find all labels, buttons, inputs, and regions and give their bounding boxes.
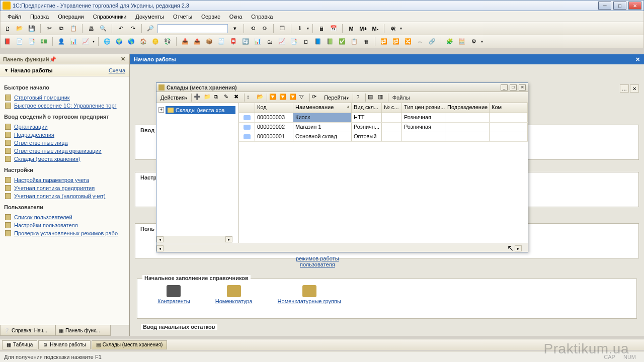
sidebar-link[interactable]: Быстрое освоение 1С: Управление торг (2, 102, 127, 110)
sync4-icon[interactable]: ↔ (415, 37, 425, 47)
maximize-button[interactable]: □ (613, 2, 626, 10)
copy-icon[interactable]: ⧉ (56, 24, 66, 34)
op1-icon[interactable]: 📥 (180, 37, 190, 47)
doc-money-icon[interactable]: 💵 (39, 37, 49, 47)
op12-icon[interactable]: 📘 (313, 37, 323, 47)
menu-file[interactable]: Файл (4, 13, 25, 21)
doc-stack-icon[interactable]: 📑 (27, 37, 37, 47)
pin-icon[interactable]: 📌 (49, 56, 55, 62)
op15-icon[interactable]: 📋 (349, 37, 359, 47)
col-num[interactable]: № с... (382, 103, 402, 113)
sync5-icon[interactable]: 🔗 (427, 37, 437, 47)
search-dd-icon[interactable]: ▾ (230, 24, 240, 34)
ref-nomenclature[interactable]: Номенклатура (215, 285, 253, 304)
tree-scroll-left[interactable]: ◂ (156, 236, 164, 242)
table-row[interactable]: 000000002Магазин 1Розничн...Розничная (239, 123, 528, 132)
filter1-icon[interactable]: 🔽 (269, 94, 277, 102)
sync2-icon[interactable]: 🔂 (391, 37, 401, 47)
op2-icon[interactable]: 📤 (192, 37, 202, 47)
actions-button[interactable]: Действия▾ (158, 95, 189, 101)
mem-add-icon[interactable]: M+ (358, 24, 368, 34)
minimize-button[interactable]: ─ (598, 2, 611, 10)
op10-icon[interactable]: 📑 (289, 37, 299, 47)
calc-icon[interactable]: 🖩 (316, 24, 327, 34)
edit-icon[interactable]: ✎ (224, 94, 232, 102)
refresh2-icon[interactable]: ⟳ (312, 94, 320, 102)
graph-dd-icon[interactable]: ▾ (93, 39, 95, 44)
tools-icon[interactable]: 🛠 (388, 24, 398, 34)
task-table[interactable]: ▦Таблица (2, 340, 37, 349)
menu-ref[interactable]: Справочники (89, 13, 131, 21)
info-dd-icon[interactable]: ▾ (307, 26, 309, 31)
goto-button[interactable]: Перейти▾ (322, 95, 351, 101)
info-icon[interactable]: ℹ (295, 24, 305, 34)
page-close-icon[interactable]: ✕ (635, 56, 640, 63)
misc2-icon[interactable]: 🧮 (457, 37, 467, 47)
open-icon[interactable]: 📂 (15, 24, 25, 34)
op14-icon[interactable]: ✅ (337, 37, 347, 47)
op6-icon[interactable]: 🔄 (240, 37, 251, 47)
op13-icon[interactable]: 📗 (325, 37, 335, 47)
col-ptype[interactable]: Тип цен розни... (402, 103, 445, 113)
sidebar-link[interactable]: Стартовый помощник (2, 94, 127, 102)
move-up-icon[interactable]: ↕ (247, 94, 255, 102)
close-button[interactable]: ✕ (628, 2, 641, 10)
preview-icon[interactable]: 🔍 (98, 24, 108, 34)
sidebar-link[interactable]: Настройка параметров учета (2, 176, 127, 184)
sidebar-link[interactable]: Список пользователей (2, 213, 127, 221)
field-clear-button[interactable]: ✕ (630, 84, 639, 93)
field-more-button[interactable]: … (620, 84, 629, 93)
refresh-icon[interactable]: ⟲ (248, 24, 258, 34)
paste-icon[interactable]: 📋 (68, 24, 78, 34)
sidebar-link[interactable]: Настройки пользователя (2, 221, 127, 229)
save-icon[interactable]: 💾 (27, 24, 37, 34)
delete-icon[interactable]: ✖ (234, 94, 242, 102)
dialog-close-button[interactable]: ✕ (519, 84, 526, 90)
user-icon[interactable]: 👤 (56, 37, 66, 47)
sidebar-link[interactable]: Учетная политика предприятия (2, 184, 127, 192)
search-icon[interactable]: 🔎 (145, 24, 155, 34)
sidebar-link[interactable]: Ответственные лица (2, 139, 127, 147)
tree-scroll-right[interactable]: ▸ (225, 236, 232, 242)
table-row[interactable]: 000000003КиоскНТТРозничная (239, 113, 528, 123)
grid-scroll-left[interactable]: ◂ (156, 245, 164, 251)
sidebar-link[interactable]: Проверка установленных режимов рабо (2, 229, 127, 237)
viewmode2-icon[interactable]: ▥ (378, 94, 386, 102)
doc-red-icon[interactable]: 📕 (3, 37, 13, 47)
menu-docs[interactable]: Документы (131, 13, 168, 21)
menu-help[interactable]: Справка (247, 13, 277, 21)
gl3-icon[interactable]: 🌎 (126, 37, 136, 47)
sidebar-link[interactable]: Склады (места хранения) (2, 155, 127, 163)
add-icon[interactable]: ➕ (194, 94, 202, 102)
sync1-icon[interactable]: 🔁 (379, 37, 389, 47)
op8-icon[interactable]: 🗂 (265, 37, 275, 47)
schema-link[interactable]: Схема (109, 67, 125, 73)
sidebar-link[interactable]: Организации (2, 123, 127, 131)
exch-icon[interactable]: 💱 (163, 37, 173, 47)
ref-contragents[interactable]: Контрагенты (157, 285, 190, 304)
dialog-minimize-button[interactable]: _ (501, 84, 508, 90)
gl2-icon[interactable]: 🌍 (114, 37, 124, 47)
misc3-icon[interactable]: ⚙ (469, 37, 479, 47)
windows-icon[interactable]: ❐ (277, 24, 287, 34)
op3-icon[interactable]: 📦 (204, 37, 214, 47)
op16-icon[interactable]: 🗑 (361, 37, 371, 47)
panel-close-icon[interactable]: ✕ (119, 56, 126, 63)
mem-show-icon[interactable]: M (346, 24, 356, 34)
print-icon[interactable]: 🖶 (86, 24, 96, 34)
copy-row-icon[interactable]: ⧉ (214, 94, 222, 102)
tab-functions[interactable]: ▦ Панель функ... (55, 325, 111, 336)
filter-settings-icon[interactable]: 🔽 (289, 94, 297, 102)
task-start[interactable]: 🗎Начало работы (38, 340, 91, 349)
mem-sub-icon[interactable]: M- (370, 24, 380, 34)
redo-icon[interactable]: ↷ (128, 24, 138, 34)
op9-icon[interactable]: 📈 (277, 37, 287, 47)
cut-icon[interactable]: ✂ (44, 24, 54, 34)
help2-icon[interactable]: ？ (355, 94, 363, 102)
tab-help[interactable]: ❔ Справка: Нач... (0, 325, 55, 336)
menu-rep[interactable]: Отчеты (169, 13, 196, 21)
col-kind[interactable]: Вид скл... (352, 103, 382, 113)
warehouse-icon[interactable]: 🏠 (138, 37, 148, 47)
chart-icon[interactable]: 📊 (68, 37, 78, 47)
op11-icon[interactable]: 🗒 (301, 37, 311, 47)
